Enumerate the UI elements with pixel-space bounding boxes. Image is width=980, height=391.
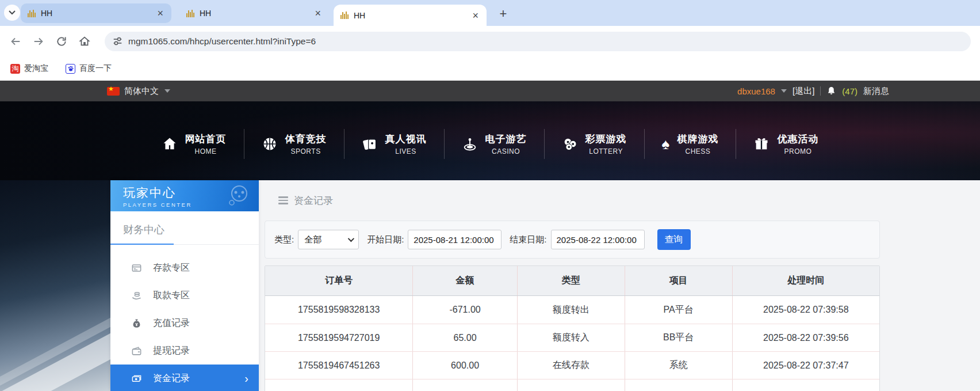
start-date-input[interactable]: [408, 230, 502, 249]
browser-toolbar: mgm1065.com/hhcp/usercenter.html?iniType…: [0, 26, 980, 56]
nav-item-home[interactable]: 网站首页HOME: [144, 132, 244, 155]
order-number-cell: 1755819598328133: [265, 296, 412, 324]
sidebar-section-title: 财务中心: [110, 211, 259, 245]
nav-label-en: SPORTS: [285, 147, 327, 155]
sidebar-item-label: 提现记录: [153, 345, 190, 357]
back-arrow-icon: [9, 35, 22, 48]
bell-icon[interactable]: [826, 86, 836, 96]
sidebar-item-withdrawal-record[interactable]: 提现记录: [110, 337, 259, 365]
nav-label-cn: 彩票游戏: [585, 134, 627, 145]
tab-search-button[interactable]: [4, 5, 20, 21]
forward-arrow-icon: [32, 35, 45, 48]
tab-title: HH: [41, 9, 155, 18]
nav-list: 网站首页HOME 体育竞技SPORTS 真人视讯LIVES 电子游艺CASINO: [144, 129, 836, 159]
site-topbar: ★ 简体中文 dbxue168 [退出] (47) 新消息: [0, 81, 980, 101]
browser-tab-2[interactable]: HH ×: [179, 3, 329, 23]
nav-label-cn: 网站首页: [185, 134, 227, 145]
bookmark-label: 爱淘宝: [24, 63, 48, 74]
forward-button[interactable]: [29, 32, 48, 51]
order-number-cell: 1755819467451263: [265, 352, 412, 379]
nav-item-lives[interactable]: 真人视讯LIVES: [344, 132, 444, 155]
end-date-input[interactable]: [551, 230, 645, 249]
deposit-icon: [130, 263, 143, 274]
nav-label-en: CASINO: [485, 147, 527, 155]
nav-label-cn: 棋牌游戏: [677, 134, 718, 145]
chevron-down-icon[interactable]: [781, 89, 787, 93]
message-count[interactable]: (47): [842, 86, 858, 96]
nav-item-casino[interactable]: 电子游艺CASINO: [445, 132, 544, 155]
bookmark-label: 百度一下: [79, 63, 112, 74]
reload-button[interactable]: [52, 32, 71, 51]
site-favicon: [186, 10, 194, 17]
chevron-down-icon[interactable]: [164, 89, 170, 93]
column-header: 金额: [412, 266, 517, 295]
time-cell: 2025-08-22 07:37:47: [732, 352, 879, 379]
type-select[interactable]: 全部: [298, 230, 359, 249]
baidu-paw-icon: [66, 64, 75, 74]
china-flag-icon: ★: [107, 87, 120, 96]
browser-tab-3-active[interactable]: HH ×: [334, 5, 487, 26]
language-selector-label[interactable]: 简体中文: [124, 86, 159, 97]
funds-record-main: 资金记录 类型: 全部 开始日期: 结束日期: 查询 订单号 金额 类型 项目 …: [265, 180, 880, 391]
nav-label-en: LIVES: [385, 147, 427, 155]
time-cell: [732, 379, 879, 391]
type-cell: 额度转出: [517, 296, 625, 324]
amount-cell: 65.00: [412, 324, 517, 351]
home-button[interactable]: [75, 32, 94, 51]
search-button[interactable]: 查询: [657, 229, 691, 250]
divider: [820, 86, 821, 96]
type-select-value: 全部: [304, 234, 348, 245]
page-header: 资金记录: [265, 180, 880, 221]
sidebar-item-label: 存款专区: [153, 262, 190, 274]
chevron-down-icon: [348, 236, 354, 242]
nav-item-sports[interactable]: 体育竞技SPORTS: [244, 132, 344, 155]
bookmarks-bar: 淘 爱淘宝 百度一下: [0, 56, 980, 81]
tab-close-icon[interactable]: ×: [155, 7, 166, 20]
table-row: 1755819598328133 -671.00 额度转出 PA平台 2025-…: [265, 296, 879, 324]
back-button[interactable]: [6, 32, 25, 51]
funds-record-table: 订单号 金额 类型 项目 处理时间 1755819598328133 -671.…: [265, 265, 880, 391]
players-center-sidebar: 玩家中心 PLAYERS CENTER 财务中心 存款专区 取款专区: [110, 180, 259, 391]
end-date-label: 结束日期:: [510, 234, 546, 245]
order-number-cell: 1755819594727019: [265, 324, 412, 351]
nav-label-en: LOTTERY: [585, 147, 627, 155]
withdraw-icon: [130, 290, 143, 301]
nav-label-cn: 电子游艺: [485, 134, 527, 145]
amount-cell: 600.00: [412, 352, 517, 379]
list-icon: [278, 195, 288, 206]
background-art: [0, 180, 110, 391]
sidebar-item-label: 充值记录: [153, 317, 190, 329]
chevron-right-icon: ›: [244, 372, 248, 385]
nav-item-promo[interactable]: 优惠活动PROMO: [736, 132, 836, 155]
type-cell: 在线存款: [517, 352, 625, 379]
new-message-link[interactable]: 新消息: [863, 86, 889, 97]
basketball-icon: [262, 136, 278, 152]
sidebar-item-funds-record[interactable]: 资金记录 ›: [110, 365, 259, 391]
type-cell: 额度转入: [517, 324, 625, 351]
nav-item-chess[interactable]: ♠ 棋牌游戏CHESS: [645, 132, 736, 155]
bookmark-taobao[interactable]: 淘 爱淘宝: [6, 61, 53, 76]
bookmark-baidu[interactable]: 百度一下: [61, 61, 116, 76]
page-title: 资金记录: [294, 194, 333, 207]
time-cell: 2025-08-22 07:39:56: [732, 324, 879, 351]
roulette-icon: [462, 136, 478, 152]
address-bar[interactable]: mgm1065.com/hhcp/usercenter.html?iniType…: [105, 32, 971, 51]
table-row: 1755819594727019 65.00 额度转入 BB平台 2025-08…: [265, 324, 879, 351]
sidebar-item-deposit[interactable]: 存款专区: [110, 254, 259, 282]
tab-close-icon[interactable]: ×: [312, 7, 323, 20]
logout-link[interactable]: [退出]: [793, 86, 814, 97]
nav-label-en: HOME: [185, 147, 227, 155]
browser-tab-1[interactable]: HH ×: [21, 3, 171, 23]
table-row: 1755819467451263 600.00 在线存款 系统 2025-08-…: [265, 351, 879, 379]
site-favicon: [340, 12, 349, 19]
sidebar-item-recharge-record[interactable]: 充值记录: [110, 309, 259, 337]
username-menu[interactable]: dbxue168: [737, 86, 775, 96]
new-tab-button[interactable]: +: [495, 5, 512, 22]
sidebar-item-label: 资金记录: [153, 373, 190, 385]
nav-item-lottery[interactable]: 彩票游戏LOTTERY: [545, 132, 644, 155]
type-label: 类型:: [274, 234, 294, 245]
sidebar-item-withdraw[interactable]: 取款专区: [110, 282, 259, 309]
tab-close-icon[interactable]: ×: [470, 9, 481, 22]
table-row-partial: [265, 379, 879, 391]
project-cell: BB平台: [625, 324, 732, 351]
